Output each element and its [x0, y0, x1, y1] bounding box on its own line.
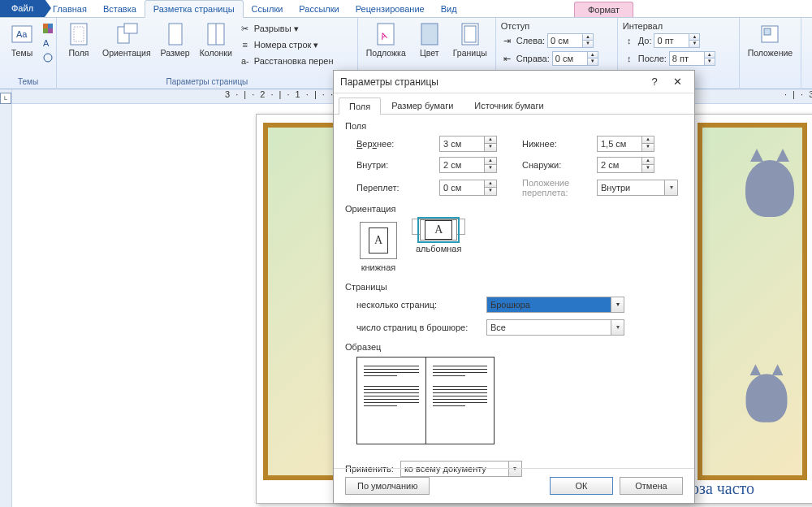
preview-pane [356, 357, 495, 444]
svg-rect-12 [169, 24, 182, 45]
position-button[interactable]: Положение [745, 20, 797, 60]
gutter-pos-label: Положение переплета: [522, 178, 587, 197]
vertical-ruler-strip: ˪ [0, 89, 12, 507]
svg-text:A: A [43, 38, 50, 48]
margin-outside-label: Снаружи: [522, 160, 587, 170]
tab-selector[interactable]: ˪ [0, 93, 11, 104]
page-setup-dialog: Параметры страницы ? ✕ Поля Размер бумаг… [333, 70, 695, 504]
margin-bottom-input[interactable] [597, 136, 642, 152]
theme-effects-icon[interactable] [42, 52, 54, 63]
page-borders-button[interactable]: Границы [450, 20, 490, 60]
margin-inside-label: Внутри: [356, 160, 430, 170]
tab-format[interactable]: Формат [574, 2, 633, 17]
hyphenation-button[interactable]: a-Расстановка перен [239, 54, 352, 68]
svg-rect-5 [48, 28, 53, 33]
section-margins-header: Поля [345, 121, 683, 131]
booklet-sheets-label: число страниц в брошюре: [356, 323, 478, 332]
indent-left-spinner[interactable]: ▲▼ [583, 33, 594, 48]
spacing-after-input[interactable] [669, 51, 705, 66]
tab-insert[interactable]: Вставка [95, 1, 145, 17]
watermark-button[interactable]: AПодложка [363, 20, 409, 60]
page-color-button[interactable]: Цвет [412, 20, 447, 60]
breaks-icon: ✂ [239, 22, 252, 35]
columns-icon [203, 21, 229, 47]
line-numbers-button[interactable]: ≡Номера строк ▾ [239, 37, 352, 52]
group-themes-label: Темы [5, 77, 51, 88]
orientation-button[interactable]: Ориентация [99, 20, 154, 60]
svg-rect-17 [421, 24, 438, 45]
section-pages-header: Страницы [345, 282, 683, 292]
dialog-tab-source[interactable]: Источник бумаги [464, 97, 554, 114]
gutter-spinner[interactable]: ▲▼ [485, 180, 497, 196]
indent-title: Отступ [501, 21, 612, 31]
page-caption: оза часто [691, 479, 754, 498]
page-color-icon [417, 21, 443, 47]
spacing-after-icon: ↕ [623, 52, 636, 65]
default-button[interactable]: По умолчанию [345, 477, 430, 495]
dialog-tab-paper[interactable]: Размер бумаги [381, 97, 464, 114]
dialog-title: Параметры страницы [340, 76, 642, 88]
margin-bottom-label: Нижнее: [522, 139, 587, 149]
section-preview-header: Образец [345, 342, 683, 352]
kid-character [746, 374, 788, 422]
dialog-tab-fields[interactable]: Поля [339, 98, 381, 115]
booklet-sheets-select[interactable]: Все▾ [486, 319, 624, 336]
indent-right-icon: ⇤ [501, 52, 514, 65]
gutter-label: Переплет: [356, 183, 430, 193]
margin-outside-input[interactable] [597, 157, 642, 173]
themes-button[interactable]: Aa Темы [5, 20, 39, 60]
orientation-portrait[interactable]: A книжная [356, 219, 400, 275]
margin-outside-spinner[interactable]: ▲▼ [642, 157, 654, 173]
tab-file[interactable]: Файл [0, 0, 45, 17]
section-orientation-header: Ориентация [345, 204, 683, 214]
margin-top-input[interactable] [439, 136, 485, 152]
theme-colors-icon[interactable] [42, 23, 54, 34]
spacing-after-spinner[interactable]: ▲▼ [705, 51, 715, 66]
spacing-before-spinner[interactable]: ▲▼ [689, 33, 700, 48]
orientation-landscape[interactable]: A альбомная [412, 219, 465, 235]
indent-left-input[interactable] [547, 33, 583, 48]
gutter-pos-select: Внутри▾ [597, 180, 678, 196]
margin-inside-input[interactable] [439, 157, 485, 173]
spacing-before-input[interactable] [654, 33, 689, 48]
size-button[interactable]: Размер [158, 20, 193, 60]
margin-inside-spinner[interactable]: ▲▼ [485, 157, 497, 173]
tab-mailings[interactable]: Рассылки [291, 1, 347, 17]
help-button[interactable]: ? [644, 74, 665, 90]
tab-review[interactable]: Рецензирование [348, 1, 433, 17]
size-icon [162, 21, 188, 47]
margin-top-spinner[interactable]: ▲▼ [485, 136, 497, 152]
tab-view[interactable]: Вид [433, 1, 465, 17]
svg-rect-11 [124, 24, 137, 33]
multi-pages-select[interactable]: Брошюра▾ [486, 297, 624, 313]
ok-button[interactable]: ОК [550, 477, 613, 495]
margin-bottom-spinner[interactable]: ▲▼ [642, 136, 654, 152]
multi-pages-label: несколько страниц: [356, 300, 478, 310]
svg-rect-4 [43, 28, 48, 33]
breaks-button[interactable]: ✂Разрывы ▾ [239, 21, 352, 36]
svg-rect-21 [764, 28, 771, 35]
margins-icon [66, 21, 92, 47]
columns-button[interactable]: Колонки [197, 20, 235, 60]
group-page-setup-label: Параметры страницы [62, 77, 352, 88]
spacing-title: Интервал [623, 21, 734, 31]
svg-text:Aa: Aa [16, 29, 28, 39]
cancel-button[interactable]: Отмена [620, 477, 683, 495]
tab-page-layout[interactable]: Разметка страницы [145, 0, 244, 18]
margin-top-label: Верхнее: [356, 139, 430, 149]
hyphenation-icon: a- [239, 54, 252, 67]
indent-right-spinner[interactable]: ▲▼ [588, 51, 598, 66]
tab-home[interactable]: Главная [45, 1, 95, 17]
page-borders-icon [457, 21, 483, 47]
close-button[interactable]: ✕ [667, 74, 688, 90]
themes-icon: Aa [9, 21, 35, 47]
indent-right-input[interactable] [552, 51, 588, 66]
margins-button[interactable]: Поля [62, 20, 96, 60]
theme-fonts-icon[interactable]: A [42, 37, 54, 49]
watermark-icon: A [373, 21, 399, 47]
tab-references[interactable]: Ссылки [244, 1, 292, 17]
gutter-input[interactable] [439, 180, 485, 196]
svg-rect-2 [43, 24, 48, 28]
svg-rect-3 [48, 24, 53, 28]
goat-character [745, 160, 794, 217]
